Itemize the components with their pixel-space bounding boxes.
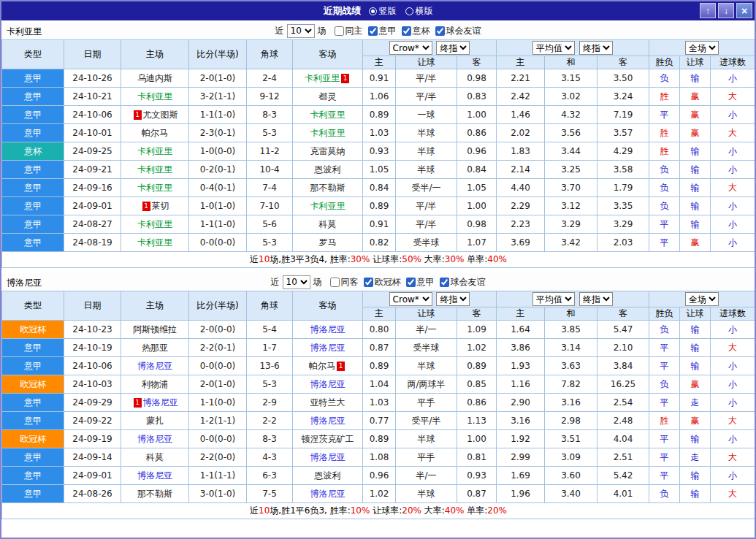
corner-score: 7-10 (247, 197, 293, 215)
league-filter[interactable]: 欧冠杯 (359, 276, 401, 288)
match-date: 24-08-26 (64, 485, 121, 503)
goals-result-text: 大 (711, 412, 755, 430)
league-filter[interactable]: 同客 (325, 276, 359, 288)
summary-segment: 20% (402, 505, 421, 516)
col-avg-away: 客 (597, 56, 649, 69)
goals-result-text: 小 (711, 106, 755, 124)
corner-score: 11-2 (247, 142, 293, 161)
close-button[interactable]: × (736, 3, 752, 18)
result-text: 平 (649, 215, 680, 234)
handicap-result-text: 输 (680, 179, 711, 197)
team-label: 博洛尼亚 (137, 434, 172, 444)
league-filter-checkbox[interactable] (368, 26, 378, 36)
odds-stage-select[interactable]: 终指 (436, 41, 470, 55)
team-label: 蒙扎 (146, 416, 164, 426)
odds-handicap: 半/一 (396, 467, 457, 485)
match-row: 欧冠杯24-10-03利物浦2-0(1-0)5-3博洛尼亚1.04两/两球半0.… (2, 375, 755, 394)
col-date: 日期 (64, 291, 121, 321)
avg-draw: 7.82 (545, 375, 597, 394)
league-filter[interactable]: 球会友谊 (435, 276, 486, 288)
match-count-select[interactable]: 10 (287, 24, 315, 38)
bookmaker-select[interactable]: Crow* (389, 41, 432, 55)
col-score: 比分(半场) (189, 291, 247, 321)
league-filter[interactable]: 意甲 (401, 276, 435, 288)
avg-home: 1.93 (497, 357, 545, 375)
odds-home: 0.87 (363, 339, 396, 357)
avg-home: 1.46 (497, 106, 545, 124)
league-filter-checkbox[interactable] (330, 278, 340, 287)
team-label: 卡利亚里 (137, 219, 172, 229)
odds-away: 1.07 (457, 234, 497, 252)
match-row: 意甲24-09-16卡利亚里0-4(0-1)7-4那不勒斯0.84受半/一1.0… (2, 179, 755, 197)
home-team: 乌迪内斯 (121, 69, 189, 88)
radio-horizontal-layout[interactable]: 横版 (405, 5, 433, 18)
avg-home: 1.64 (497, 321, 545, 339)
match-date: 24-10-03 (64, 375, 121, 394)
goals-result-text: 小 (711, 357, 755, 375)
corner-score: 7-4 (247, 179, 293, 197)
league-filter[interactable]: 球会友谊 (430, 25, 481, 37)
match-date: 24-09-14 (64, 448, 121, 467)
home-team: 博洛尼亚 (121, 430, 189, 448)
league-filter-checkbox[interactable] (435, 26, 445, 36)
match-date: 24-10-06 (64, 357, 121, 375)
scope-select[interactable]: 全场 (685, 292, 719, 306)
result-text: 平 (649, 234, 680, 252)
average-select[interactable]: 平均值 (532, 292, 575, 306)
league-filter-checkbox[interactable] (335, 26, 344, 36)
team-label: 卡利亚里 (137, 237, 172, 248)
odds-away: 0.85 (457, 375, 497, 394)
recent-results-window: 近期战绩 竖版 横版 ↑ ↓ × 卡利亚里 近 10 场 (0, 0, 756, 539)
result-text: 平 (649, 430, 680, 448)
league-filter-checkbox[interactable] (406, 278, 416, 287)
team-label: 热那亚 (142, 343, 168, 353)
avg-stage-select[interactable]: 终指 (579, 292, 613, 306)
away-team: 克雷莫纳 (293, 142, 363, 161)
scope-select[interactable]: 全场 (685, 41, 719, 55)
move-down-button[interactable]: ↓ (718, 3, 734, 18)
league-filter[interactable]: 意杯 (397, 25, 430, 37)
corner-score: 13-6 (247, 357, 293, 375)
league-filter-checkbox[interactable] (402, 26, 411, 36)
odds-away: 1.05 (457, 179, 497, 197)
avg-home: 2.23 (497, 215, 545, 234)
bookmaker-select[interactable]: Crow* (389, 292, 432, 306)
avg-draw: 3.56 (545, 124, 597, 142)
team-label: 罗马 (319, 237, 337, 248)
handicap-result-text: 输 (680, 321, 711, 339)
result-text: 胜 (649, 124, 680, 142)
result-text: 负 (649, 375, 680, 394)
team-label: 博洛尼亚 (310, 379, 345, 389)
match-row: 意甲24-09-22蒙扎1-2(1-1)2-2博洛尼亚0.77受平/半1.133… (2, 412, 755, 430)
section-header: 博洛尼亚 近 10 场 同客欧冠杯意甲球会友谊 (1, 273, 755, 291)
score: 2-3(0-1) (189, 124, 247, 142)
goals-result-text: 小 (711, 69, 755, 88)
home-team: 科莫 (121, 448, 189, 467)
red-card-badge: 1 (341, 74, 349, 83)
summary-segment: 单率: (464, 505, 487, 516)
odds-home: 0.91 (363, 69, 396, 88)
away-team: 亚特兰大 (293, 394, 363, 412)
league-filter[interactable]: 意甲 (363, 25, 397, 37)
match-count-select[interactable]: 10 (283, 275, 310, 289)
summary-segment: 10 (259, 505, 270, 516)
col-odds-home: 主 (363, 56, 396, 69)
corner-score: 10-4 (247, 161, 293, 179)
league-filter-checkbox[interactable] (364, 278, 373, 287)
league-filter[interactable]: 同主 (329, 25, 363, 37)
odds-away: 1.00 (457, 106, 497, 124)
league-badge: 意甲 (2, 412, 64, 430)
away-team: 恩波利 (293, 161, 363, 179)
league-badge: 欧冠杯 (2, 430, 64, 448)
radio-vertical-layout[interactable]: 竖版 (369, 5, 397, 18)
league-filter-label: 意甲 (417, 276, 435, 288)
move-up-button[interactable]: ↑ (700, 3, 716, 18)
team-label: 莱切 (152, 201, 169, 211)
average-select[interactable]: 平均值 (532, 41, 575, 55)
avg-home: 2.02 (497, 124, 545, 142)
handicap-result-text: 输 (680, 161, 711, 179)
result-text: 负 (649, 161, 680, 179)
avg-stage-select[interactable]: 终指 (579, 41, 613, 55)
odds-stage-select[interactable]: 终指 (436, 292, 470, 306)
league-filter-checkbox[interactable] (440, 278, 449, 287)
